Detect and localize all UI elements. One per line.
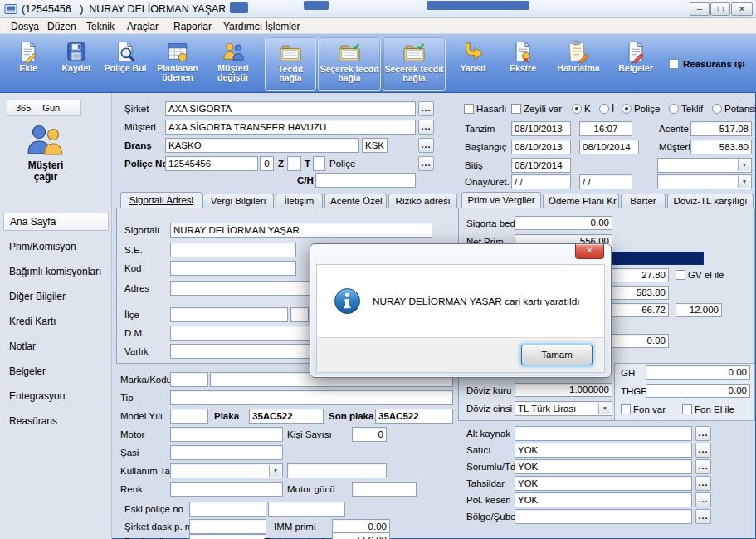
menu-raporlar[interactable]: Raporlar [169, 20, 216, 33]
motor-input[interactable] [170, 427, 283, 442]
toolbar-kaydet-button[interactable]: Kaydet [53, 37, 100, 91]
police-no-input[interactable]: 12545456 [165, 156, 258, 171]
toolbar-yansit-button[interactable]: Yansıt [449, 37, 497, 91]
ch-input[interactable] [315, 173, 416, 188]
menu-teknik[interactable]: Teknik [82, 20, 119, 33]
sidebar-item-belgeler[interactable]: Belgeler [3, 362, 109, 380]
tamam-button[interactable]: Tamam [521, 345, 593, 365]
toolbar-planlanan-odenen-button[interactable]: Planlanan ödenen [152, 37, 203, 91]
uret-date-input[interactable]: / / [579, 174, 632, 189]
menu-dosya[interactable]: Dosya [7, 20, 43, 33]
eski-police-ek-input[interactable] [268, 502, 345, 517]
doviz-kuru-input[interactable]: 1.000000 [515, 383, 612, 397]
sidebar-item-bagimli-komisyonlari[interactable]: Bağımlı komisyonları [3, 262, 109, 281]
brans-input[interactable]: KASKO [165, 138, 359, 153]
eski-police-no-input[interactable] [189, 502, 266, 517]
ilce-input[interactable] [170, 307, 288, 322]
menu-duzen[interactable]: Düzen [43, 20, 80, 33]
sidebar-item-kredi-karti[interactable]: Kredi Kartı [3, 312, 109, 331]
plaka-input[interactable]: 35AC522 [249, 409, 324, 424]
ilce-kod-input[interactable] [290, 307, 309, 322]
chevron-down-icon[interactable]: ▼ [598, 403, 611, 414]
alt-kaynak-lookup-button[interactable]: ... [695, 426, 711, 441]
kullanim-tarzi-detail-input[interactable] [287, 463, 387, 478]
marka-kodu-input[interactable] [170, 372, 208, 387]
sirket-input[interactable]: AXA SIGORTA [165, 101, 416, 116]
gh-input[interactable]: 0.00 [646, 365, 750, 380]
tab-doviz-tl-karsiligi[interactable]: Döviz-TL karşılığı [667, 194, 754, 208]
toolbar-musteri-degistir-button[interactable]: Müşteri değiştir [205, 37, 261, 91]
onay-date-input[interactable]: / / [511, 174, 571, 189]
potansiyel-radio[interactable] [712, 104, 722, 114]
tab-riziko-adresi[interactable]: Riziko adresi [388, 194, 457, 208]
sigorta-bedeli-input[interactable]: 0.00 [515, 216, 612, 230]
police-radio[interactable] [622, 104, 632, 114]
tab-acente-ozel[interactable]: Acente Özel [324, 194, 387, 208]
sasi-input[interactable] [170, 445, 283, 460]
reasurans-isi-checkbox[interactable] [669, 59, 679, 69]
toolbar-ekle-button[interactable]: Ekle [5, 37, 51, 91]
toolbar-police-bul-button[interactable]: Poliçe Bul [101, 37, 149, 91]
kisi-sayisi-input[interactable]: 0 [352, 427, 387, 442]
toolbar-tecdit-bagla-button[interactable]: Tecdit bağla [265, 37, 316, 91]
close-button[interactable]: ✕ [731, 2, 753, 16]
fon-var-checkbox[interactable] [621, 404, 631, 414]
tab-prim-ve-vergiler[interactable]: Prim ve Vergiler [461, 192, 541, 208]
police-no-lookup-button[interactable]: ... [418, 156, 434, 171]
bolge-sube-lookup-button[interactable]: ... [695, 509, 711, 524]
bolge-sube-input[interactable] [515, 509, 692, 524]
renk-input[interactable] [170, 482, 283, 497]
motor-gucu-input[interactable] [352, 482, 417, 497]
sidebar-item-diger-bilgiler[interactable]: Diğer Bilgiler [3, 287, 109, 306]
toolbar-secerek-tecdit-bagla-button-2[interactable]: Seçerek tecdit bağla [383, 37, 446, 91]
baslangic-date-input[interactable]: 08/10/2013 [511, 140, 571, 154]
musteri-lookup-button[interactable]: ... [418, 120, 434, 135]
tanzim-date-input[interactable]: 08/10/2013 [511, 121, 571, 136]
sidebar-item-reasurans[interactable]: Reasürans [3, 412, 109, 430]
chevron-down-icon[interactable]: ▼ [738, 159, 750, 171]
pol-kesen-input[interactable]: YOK [515, 492, 692, 507]
dialog-close-button[interactable]: ✕ [575, 244, 604, 259]
i-radio[interactable] [599, 104, 609, 114]
chevron-down-icon[interactable]: ▼ [269, 465, 281, 477]
bitis-date-input[interactable]: 08/10/2014 [511, 158, 571, 173]
sidebar-item-prim-komisyon[interactable]: Prim/Komisyon [3, 238, 109, 256]
acente-amount-input[interactable]: 517.08 [690, 121, 752, 136]
yenileme-no-input[interactable]: 0 [260, 156, 274, 171]
toolbar-secerek-tecdit-bagla-button-1[interactable]: Seçerek tecdit bağla [318, 37, 381, 91]
teklif-radio[interactable] [669, 104, 679, 114]
toolbar-hatirlatma-button[interactable]: Hatırlatma [549, 37, 608, 91]
menu-araclar[interactable]: Araçlar [123, 20, 163, 33]
musteri-select[interactable]: ▼ [657, 174, 752, 189]
alt-kaynak-input[interactable] [515, 426, 692, 441]
sidebar-item-ana-sayfa[interactable]: Ana Sayfa [3, 213, 109, 231]
dask-police-no-input[interactable] [189, 534, 266, 539]
kod-input[interactable] [170, 261, 296, 276]
sorumlu-tdr-lookup-button[interactable]: ... [695, 459, 711, 474]
tab-sigortali-adresi[interactable]: Sigortalı Adresi [120, 192, 202, 208]
chevron-down-icon[interactable]: ▼ [738, 176, 750, 188]
tab-odeme-plani[interactable]: Ödeme Planı Kr [543, 194, 619, 208]
musteri-amount-input[interactable]: 583.80 [690, 140, 752, 154]
satici-input[interactable]: YOK [515, 443, 692, 458]
maximize-button[interactable]: ▢ [710, 2, 730, 16]
tip-input[interactable] [170, 390, 453, 405]
kullanim-tarzi-select[interactable]: ▼ [170, 463, 283, 478]
sirket-dask-p-no-input[interactable] [189, 519, 266, 534]
tanzim-time-input[interactable]: 16:07 [579, 121, 632, 136]
minimize-button[interactable]: ─ [690, 2, 710, 16]
model-yili-input[interactable] [170, 409, 208, 424]
tahsildar-input[interactable]: YOK [515, 476, 692, 491]
baslangic-bitis-date-input[interactable]: 08/10/2014 [579, 140, 639, 154]
t-input[interactable] [313, 156, 325, 171]
doviz-cinsi-select[interactable]: TL Türk Lirası▼ [515, 401, 612, 416]
fon-el-ile-checkbox[interactable] [682, 404, 692, 414]
komisyon-oran-input[interactable]: 12.000 [676, 303, 722, 317]
hasarli-checkbox[interactable] [464, 104, 474, 114]
sigortali-input[interactable]: NURAY DELİORMAN YAŞAR [170, 223, 432, 238]
sidebar-item-notlar[interactable]: Notlar [3, 337, 109, 355]
thgf-input[interactable]: 0.00 [646, 384, 750, 398]
tahsildar-lookup-button[interactable]: ... [695, 476, 711, 491]
brans-kodu-input[interactable]: KSK [362, 138, 388, 153]
brans-lookup-button[interactable]: ... [418, 138, 434, 153]
